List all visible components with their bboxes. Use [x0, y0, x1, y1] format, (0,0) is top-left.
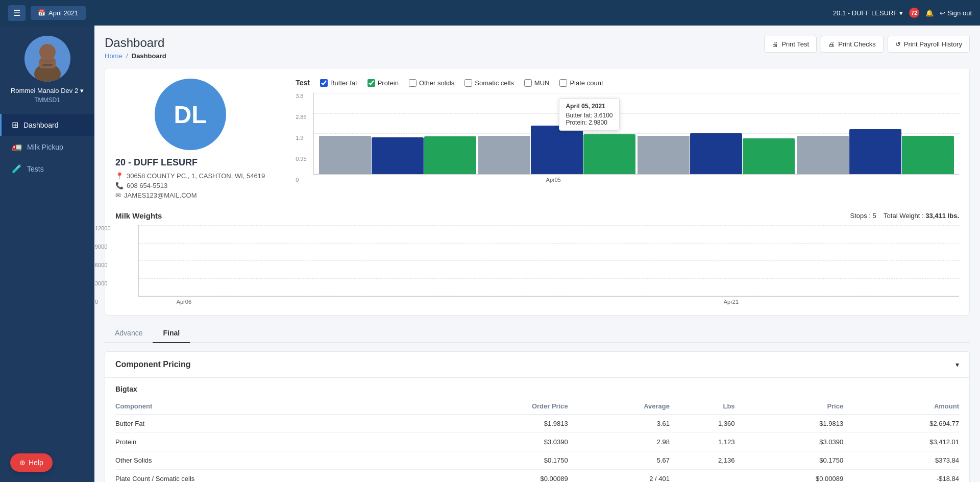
cell-component: Butter Fat	[115, 415, 426, 433]
payment-tabs: Advance Final	[105, 324, 970, 343]
cell-order-price: $1.9813	[426, 415, 568, 433]
bar-group-4	[797, 129, 954, 174]
cell-average: 5.67	[568, 451, 670, 470]
pricing-table: Component Order Price Average Lbs Price …	[115, 398, 959, 482]
milk-chart-header: Milk Weights Stops : 5 Total Weight : 33…	[115, 211, 959, 220]
chevron-down-icon: ▾	[899, 9, 903, 17]
cell-lbs: 2,136	[670, 451, 735, 470]
breadcrumb-home[interactable]: Home	[105, 52, 122, 60]
hamburger-button[interactable]: ☰	[8, 5, 26, 21]
test-chart-filters: Test Butter fat Protein Other solids	[296, 79, 959, 87]
month-label: April 2021	[48, 9, 79, 17]
cell-amount: $373.84	[843, 451, 959, 470]
filter-other-solids[interactable]: Other solids	[409, 79, 454, 87]
sidebar-item-tests-label: Tests	[27, 165, 44, 173]
col-average: Average	[568, 398, 670, 415]
print-payroll-button[interactable]: ↺ Print Payroll History	[888, 36, 970, 53]
checkbox-other-solids[interactable]	[409, 79, 416, 87]
bar-group-3	[638, 133, 795, 174]
pricing-table-body: Butter Fat $1.9813 3.61 1,360 $1.9813 $2…	[115, 415, 959, 483]
bar-green-4	[902, 136, 954, 174]
profile-name: 20 - DUFF LESURF	[115, 157, 265, 168]
filter-plate-count[interactable]: Plate count	[559, 79, 603, 87]
test-chart-bars	[314, 93, 959, 174]
location-icon: 📍	[115, 172, 124, 180]
tooltip-date: April 05, 2021	[566, 103, 612, 110]
test-chart-y-axis: 3.8 2.85 1.9 0.95 0	[296, 93, 313, 183]
cell-amount: $2,694.77	[843, 415, 959, 433]
svg-point-1	[39, 44, 56, 60]
component-pricing-section: Component Pricing ▾ Bigtax Component Ord…	[105, 351, 970, 482]
print-checks-icon: 🖨	[828, 40, 835, 48]
help-button[interactable]: ⊕ Help	[10, 453, 53, 472]
cell-price: $0.00089	[735, 470, 844, 483]
filter-butter-fat[interactable]: Butter fat	[320, 79, 357, 87]
checkbox-plate-count[interactable]	[559, 79, 567, 87]
cell-average: 2.98	[568, 433, 670, 451]
test-chart-section: Test Butter fat Protein Other solids	[275, 79, 959, 201]
milk-weights-title: Milk Weights	[115, 211, 162, 220]
col-lbs: Lbs	[670, 398, 735, 415]
filter-mun[interactable]: MUN	[524, 79, 550, 87]
test-bar-chart: April 05, 2021 Butter fat: 3.6100 Protei…	[313, 93, 959, 175]
sidebar-item-dashboard-label: Dashboard	[23, 121, 59, 129]
sidebar-item-milk-pickup-label: Milk Pickup	[27, 143, 63, 151]
cell-order-price: $0.1750	[426, 451, 568, 470]
user-selector-label: 20.1 - DUFF LESURF	[833, 9, 897, 17]
pricing-header[interactable]: Component Pricing ▾	[105, 352, 969, 378]
milk-chart-x-labels: Apr06 Apr21	[138, 297, 959, 305]
col-order-price: Order Price	[426, 398, 568, 415]
svg-rect-3	[39, 58, 56, 68]
milk-chart-y-axis: 12000 9000 6000 3000 0	[95, 225, 111, 305]
sidebar-item-tests[interactable]: 🧪 Tests	[0, 158, 94, 180]
cell-lbs: 1,123	[670, 433, 735, 451]
sidebar: Rommel Manalo Dev 2 ▾ TMMSD1 ⊞ Dashboard…	[0, 26, 94, 482]
notification-icon: 🔔	[925, 9, 934, 17]
tab-advance[interactable]: Advance	[105, 324, 153, 343]
table-row: Plate Count / Somatic cells $0.00089 2 /…	[115, 470, 959, 483]
notification-badge[interactable]: 72	[909, 8, 919, 18]
cell-lbs	[670, 470, 735, 483]
cell-amount: -$18.84	[843, 470, 959, 483]
page-title: Dashboard	[105, 36, 166, 50]
signout-icon: ↩	[940, 9, 945, 17]
filter-protein[interactable]: Protein	[368, 79, 399, 87]
pricing-body: Bigtax Component Order Price Average Lbs…	[105, 378, 969, 482]
cell-price: $1.9813	[735, 415, 844, 433]
user-selector-button[interactable]: 20.1 - DUFF LESURF ▾	[833, 9, 903, 17]
checkbox-mun[interactable]	[524, 79, 532, 87]
milk-chart-bars	[139, 225, 959, 296]
profile-section: DL 20 - DUFF LESURF 📍 30658 COUNTY PC., …	[115, 79, 265, 201]
cell-lbs: 1,360	[670, 415, 735, 433]
header-actions: 🖨 Print Test 🖨 Print Checks ↺ Print Payr…	[764, 36, 970, 53]
print-test-button[interactable]: 🖨 Print Test	[764, 36, 817, 53]
chevron-down-icon: ▾	[80, 87, 84, 94]
sidebar-user-name[interactable]: Rommel Manalo Dev 2 ▾	[11, 87, 84, 94]
tab-final[interactable]: Final	[153, 324, 190, 343]
month-selector-button[interactable]: 📅 April 2021	[31, 6, 86, 20]
tooltip-protein: Protein: 2.9800	[566, 119, 612, 126]
signout-label: Sign out	[947, 9, 972, 17]
cell-order-price: $3.0390	[426, 433, 568, 451]
dashboard-icon: ⊞	[12, 120, 18, 130]
test-chart-title: Test	[296, 79, 310, 87]
profile-chart-card: DL 20 - DUFF LESURF 📍 30658 COUNTY PC., …	[105, 68, 970, 316]
test-chart-x-labels: Apr05	[313, 175, 959, 183]
sidebar-item-milk-pickup[interactable]: 🚛 Milk Pickup	[0, 136, 94, 158]
col-component: Component	[115, 398, 426, 415]
x-label-apr06: Apr06	[138, 299, 230, 305]
x-label-apr05: Apr05	[474, 177, 633, 183]
checkbox-somatic-cells[interactable]	[464, 79, 472, 87]
sidebar-item-dashboard[interactable]: ⊞ Dashboard	[0, 114, 94, 136]
page-header: Dashboard Home / Dashboard 🖨 Print Test …	[105, 36, 970, 60]
table-row: Other Solids $0.1750 5.67 2,136 $0.1750 …	[115, 451, 959, 470]
sidebar-user-org: TMMSD1	[34, 97, 60, 104]
print-payroll-icon: ↺	[895, 40, 901, 48]
checkbox-butter-fat[interactable]	[320, 79, 328, 87]
print-checks-button[interactable]: 🖨 Print Checks	[821, 36, 884, 53]
pricing-title: Component Pricing	[115, 360, 191, 369]
checkbox-protein[interactable]	[368, 79, 375, 87]
filter-somatic-cells[interactable]: Somatic cells	[464, 79, 514, 87]
tests-icon: 🧪	[12, 164, 22, 174]
signout-button[interactable]: ↩ Sign out	[940, 9, 972, 17]
